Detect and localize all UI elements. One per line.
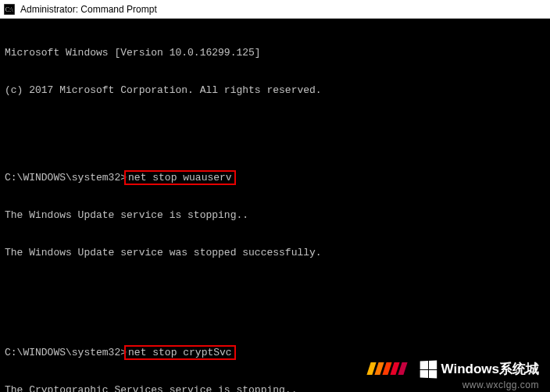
version-line: Microsoft Windows [Version 10.0.16299.12…	[5, 47, 545, 59]
copyright-line: (c) 2017 Microsoft Corporation. All righ…	[5, 84, 545, 97]
svg-text:C:\: C:\	[5, 5, 13, 12]
watermark-url: www.wxclgg.com	[462, 380, 539, 390]
command-line: C:\WINDOWS\system32>net stop wuauserv	[5, 172, 545, 184]
terminal-output[interactable]: Microsoft Windows [Version 10.0.16299.12…	[0, 19, 550, 392]
output-line: The Windows Update service is stopping..	[5, 209, 545, 222]
prompt: C:\WINDOWS\system32>	[5, 172, 127, 184]
window-titlebar[interactable]: C:\ Administrator: Command Prompt	[0, 0, 550, 19]
cmd-icon: C:\	[3, 3, 16, 16]
output-line: The Windows Update service was stopped s…	[5, 247, 545, 259]
command-line: C:\WINDOWS\system32>net stop cryptSvc	[5, 347, 545, 359]
window-title: Administrator: Command Prompt	[20, 4, 157, 15]
prompt: C:\WINDOWS\system32>	[5, 347, 127, 358]
command: net stop cryptSvc	[124, 345, 236, 360]
watermark: Windows系统城	[420, 360, 539, 378]
decorative-stripes	[369, 362, 405, 375]
command: net stop wuauserv	[124, 170, 236, 185]
windows-logo-icon	[420, 360, 437, 378]
watermark-text: Windows系统城	[441, 360, 539, 378]
